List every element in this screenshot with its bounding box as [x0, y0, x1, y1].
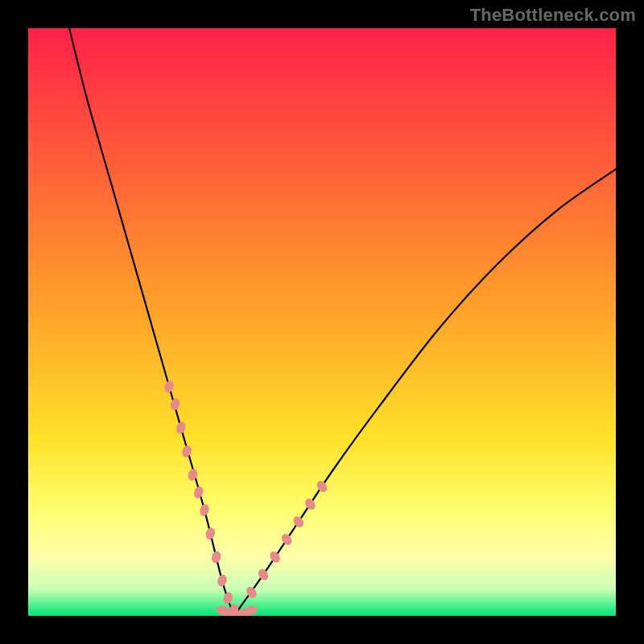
watermark-text: TheBottleneck.com [470, 5, 636, 26]
bottleneck-curve [28, 28, 616, 616]
plot-area [28, 28, 616, 616]
chart-frame: TheBottleneck.com [0, 0, 644, 644]
